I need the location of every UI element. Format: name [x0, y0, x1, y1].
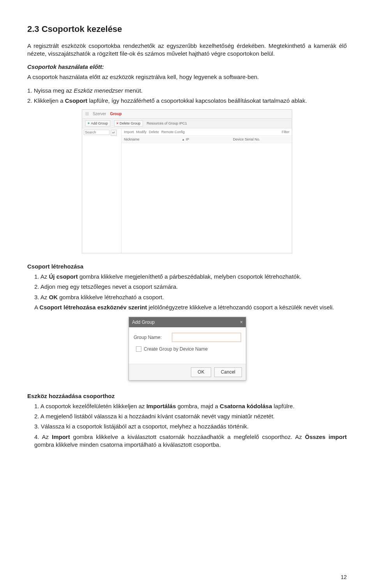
dialog-title: Add Group	[132, 319, 240, 325]
plus-icon: +	[88, 121, 90, 126]
tab-icon	[85, 112, 89, 116]
add-step1-bold2: Csatorna kódolása	[220, 403, 272, 409]
add-group-dialog-screenshot: Add Group × Group Name: Create Group by …	[129, 317, 347, 381]
resources-label: Resources of Group IPC1	[147, 121, 289, 126]
delete-group-label: Delete Group	[120, 121, 141, 126]
tab-group[interactable]: Group	[110, 111, 122, 117]
create-by-device-label: Create Group by Device Name	[144, 346, 208, 352]
import-action[interactable]: Import	[124, 130, 134, 134]
section-heading: 2.3 Csoportok kezelése	[27, 23, 347, 35]
step2-tab-name: Csoport	[65, 97, 88, 104]
tab-server[interactable]: Szerver	[93, 111, 106, 117]
filter-action[interactable]: Filter	[282, 130, 289, 134]
intro-paragraph: A regisztrált eszközök csoportokba rende…	[27, 42, 347, 58]
step1-suffix: menüt.	[123, 87, 143, 94]
add-step2: 2. A megjelenő listából válassza ki a ho…	[34, 412, 347, 420]
group-name-input[interactable]	[172, 333, 241, 342]
add-step4-suffix: gombra klikkelve minden csatorna importá…	[34, 441, 221, 448]
step1-menu-name: Eszköz menedzser	[74, 87, 123, 94]
add-step1-suffix: lapfülre.	[272, 403, 295, 409]
delete-group-button[interactable]: × Delete Group	[114, 120, 143, 126]
add-step4-bold1: Import	[52, 434, 70, 440]
add-step4-mid: gombra klikkelve a kiválasztott csatorná…	[70, 434, 305, 440]
step1-prefix: 1. Nyissa meg az	[27, 87, 74, 94]
col-nickname: Nickname	[124, 137, 180, 142]
step2-suffix: lapfülre, így hozzáférhető a csoportokka…	[87, 97, 307, 104]
col-ip: IP	[186, 137, 233, 142]
col-serial: Device Serial No.	[233, 137, 289, 142]
create-step3-mid: gombra klikkelve létrehozható a csoport.	[58, 294, 164, 300]
before-use-title: Csoportok használata előtt:	[27, 63, 104, 70]
add-step1-bold1: Importálás	[146, 403, 176, 409]
create-group-title: Csoport létrehozása	[27, 263, 83, 270]
create-step3b-bold: Csoport létrehozása eszköznév szerint	[39, 304, 147, 311]
create-by-device-checkbox[interactable]	[136, 346, 141, 352]
create-step3b-prefix: A	[34, 304, 39, 311]
group-search-input[interactable]	[84, 130, 109, 135]
add-device-title: Eszköz hozzáadása csoporthoz	[27, 393, 115, 399]
modify-action[interactable]: Modify	[136, 130, 147, 134]
create-step1-prefix: 1. Az	[34, 273, 49, 280]
ok-button[interactable]: OK	[191, 367, 211, 377]
add-step4-bold2: Összes import	[305, 434, 347, 440]
before-use-text: A csoportok használata előtt az eszközök…	[27, 73, 347, 81]
add-step1-prefix: 1. A csoportok kezelőfelületén klikkelje…	[34, 403, 146, 409]
add-step4-prefix: 4. Az	[34, 434, 52, 440]
add-step1-mid: gombra, majd a	[176, 403, 220, 409]
create-step1-bold: Új csoport	[49, 273, 78, 280]
group-name-label: Group Name:	[134, 334, 169, 341]
create-step2: 2. Adjon meg egy tetszőleges nevet a cso…	[34, 283, 347, 291]
create-step1-suffix: gombra klikkelve megjeleníthető a párbes…	[78, 273, 302, 280]
create-step3b-suffix: jelölőnégyzetre klikkelve a létrehozandó…	[147, 304, 334, 311]
step2-prefix: 2. Klikkeljen a	[27, 97, 65, 104]
add-step3: 3. Válassza ki a csoportok listájából az…	[34, 423, 347, 430]
group-manager-screenshot: Szerver Group + Add Group × Delete Group…	[82, 109, 292, 253]
add-group-label: Add Group	[91, 121, 108, 126]
close-icon[interactable]: ×	[240, 319, 243, 325]
delete-action[interactable]: Delete	[149, 130, 159, 134]
cancel-button[interactable]: Cancel	[214, 367, 242, 377]
add-group-button[interactable]: + Add Group	[85, 120, 110, 126]
x-icon: ×	[116, 121, 118, 126]
search-enter-button[interactable]: ↵	[111, 130, 117, 136]
create-step3-ok: OK	[49, 294, 58, 300]
empty-table-body	[122, 143, 292, 253]
remote-config-action[interactable]: Remote Config	[161, 130, 185, 134]
sort-arrow-icon[interactable]: ▴	[180, 137, 186, 142]
create-step3-prefix: 3. Az	[34, 294, 49, 300]
